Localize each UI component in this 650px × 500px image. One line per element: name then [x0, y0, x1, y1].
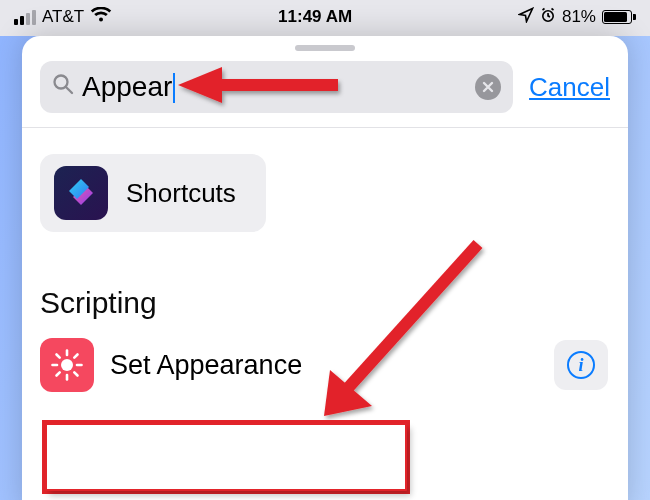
svg-line-10 — [74, 355, 77, 358]
svg-point-3 — [61, 359, 73, 371]
search-input[interactable]: Appear — [40, 61, 513, 113]
battery-label: 81% — [562, 7, 596, 27]
search-icon — [52, 73, 74, 101]
alarm-icon — [540, 7, 556, 28]
status-bar: AT&T 11:49 AM 81% — [0, 0, 650, 36]
brightness-icon — [40, 338, 94, 392]
shortcuts-app-icon — [54, 166, 108, 220]
wifi-icon — [90, 7, 112, 28]
suggested-app-shortcuts[interactable]: Shortcuts — [40, 154, 266, 232]
search-input-value: Appear — [82, 71, 172, 102]
carrier-label: AT&T — [42, 7, 84, 27]
svg-line-11 — [57, 372, 60, 375]
sheet-grabber[interactable] — [295, 45, 355, 51]
svg-line-2 — [66, 87, 72, 93]
cancel-button[interactable]: Cancel — [529, 72, 610, 103]
signal-icon — [14, 10, 36, 25]
clear-search-button[interactable] — [475, 74, 501, 100]
location-icon — [518, 7, 534, 28]
clock: 11:49 AM — [278, 7, 352, 27]
action-picker-sheet: Appear Cancel Shortcuts Scripting — [22, 36, 628, 500]
info-icon: i — [567, 351, 595, 379]
action-label: Set Appearance — [110, 350, 302, 381]
section-title-scripting: Scripting — [40, 286, 610, 320]
action-info-button[interactable]: i — [554, 340, 608, 390]
battery-icon — [602, 10, 636, 24]
action-set-appearance[interactable]: Set Appearance i — [40, 338, 610, 392]
svg-line-9 — [74, 372, 77, 375]
text-caret — [173, 73, 175, 103]
suggested-app-label: Shortcuts — [126, 178, 236, 209]
svg-line-8 — [57, 355, 60, 358]
